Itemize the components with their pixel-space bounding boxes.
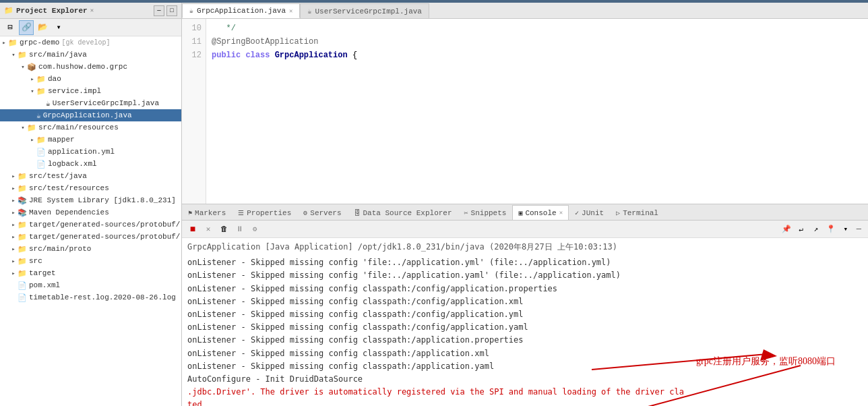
console-lines-container: onListener - Skipped missing config 'fil…	[187, 256, 863, 406]
console-tab-terminal[interactable]: ▷ Terminal	[610, 205, 664, 220]
tree-item[interactable]: ▾ 📦 com.hushow.demo.grpc	[0, 61, 181, 73]
collapse-all-button[interactable]: ⊟	[3, 20, 18, 35]
tree-item[interactable]: ▸ 📁 src/test/java	[0, 170, 181, 182]
tree-item[interactable]: ▾ 📁 service.impl	[0, 85, 181, 97]
console-line: onListener - Skipped missing config clas…	[187, 321, 863, 334]
tree-item[interactable]: 📄 timetable-rest.log.2020-08-26.log	[0, 291, 181, 303]
scroll-lock-button[interactable]: 📌	[780, 223, 793, 236]
tab-close-button[interactable]: ✕	[289, 7, 292, 15]
console-line: .jdbc.Driver'. The driver is automatical…	[187, 386, 863, 399]
tree-item[interactable]: ▾ 📁 src/main/java	[0, 49, 181, 61]
tree-item[interactable]: 📄 logback.xml	[0, 158, 181, 170]
code-line: @SpringBootApplication	[212, 35, 863, 49]
console-tab-servers[interactable]: ⚙ Servers	[297, 205, 347, 220]
minimize-panel-button[interactable]: ─	[154, 5, 164, 16]
editor-area: 101112 */@SpringBootApplicationpublic cl…	[182, 19, 868, 204]
minimize-console-button[interactable]: ─	[854, 225, 864, 234]
tree-item[interactable]: ☕ UserServiceGrpcImpl.java	[0, 97, 181, 109]
console-line: onListener - Skipped missing config clas…	[187, 295, 863, 308]
word-wrap-button[interactable]: ↵	[795, 223, 808, 236]
console-line: AutoConfigure - Init DruidDataSource	[187, 373, 863, 386]
tree-item[interactable]: ☕ GrpcApplication.java	[0, 109, 181, 121]
console-output[interactable]: GrpcApplication [Java Application] /opt/…	[182, 238, 868, 406]
tree-item[interactable]: 📄 pom.xml	[0, 279, 181, 291]
view-menu-button[interactable]: ▾	[839, 223, 852, 236]
editor-tabs: ☕ GrpcApplication.java ✕ ☕ UserServiceGr…	[182, 3, 868, 19]
tree-item[interactable]: ▸ 📁 src/test/resources	[0, 182, 181, 194]
console-line: onListener - Skipped missing config 'fil…	[187, 269, 863, 282]
tree-item[interactable]: 📄 application.yml	[0, 146, 181, 158]
properties-button[interactable]: ⚙	[248, 223, 261, 236]
clear-button[interactable]: 🗑	[217, 223, 230, 236]
console-toolbar: ■ ✕ 🗑 ⏸ ⚙ 📌 ↵ ↗ 📍 ▾ ─	[182, 221, 868, 238]
tree-item[interactable]: ▸ 📁 src/main/proto	[0, 243, 181, 255]
console-line: onListener - Skipped missing config clas…	[187, 283, 863, 295]
console-tab-markers[interactable]: ⚑ Markers	[182, 205, 232, 220]
console-tab-snippets[interactable]: ✂ Snippets	[458, 205, 513, 220]
chinese-annotation: grpc注册用户服务，监听8080端口	[696, 354, 836, 369]
remove-button[interactable]: ✕	[202, 223, 215, 236]
pin-button[interactable]: 📍	[824, 223, 838, 236]
dropdown-button[interactable]: ▾	[51, 20, 66, 35]
tree-item[interactable]: ▸ 📁 grpc-demo [gk develop]	[0, 36, 181, 49]
tree-item[interactable]: ▾ 📁 src/main/resources	[0, 121, 181, 134]
console-line: ted	[187, 399, 863, 406]
explorer-toolbar: ⊟ 🔗 📂 ▾	[0, 19, 181, 36]
console-header: GrpcApplication [Java Application] /opt/…	[187, 241, 863, 254]
new-folder-button[interactable]: 📂	[35, 20, 50, 35]
maximize-panel-button[interactable]: □	[166, 5, 177, 16]
console-line: onListener - Skipped missing config clas…	[187, 334, 863, 347]
main-container: 📁 Project Explorer ✕ ─ □ ⊟ 🔗 📂 ▾ ▸ 📁 grp…	[0, 0, 868, 406]
editor-tab[interactable]: ☕ GrpcApplication.java ✕	[182, 3, 300, 18]
code-content[interactable]: */@SpringBootApplicationpublic class Grp…	[206, 19, 868, 204]
panel-controls: ─ □	[154, 5, 177, 16]
tree-item[interactable]: ▸ 📚 Maven Dependencies	[0, 206, 181, 219]
console-line: onListener - Skipped missing config 'fil…	[187, 256, 863, 269]
tree-item[interactable]: ▸ 📁 src	[0, 255, 181, 267]
stop-button[interactable]: ■	[186, 223, 199, 236]
console-tab-properties[interactable]: ☰ Properties	[232, 205, 297, 220]
editor-tab[interactable]: ☕ UserServiceGrpcImpl.java	[300, 3, 429, 18]
tree-item[interactable]: ▸ 📁 target/generated-sources/protobuf/	[0, 219, 181, 231]
console-line: onListener - Skipped missing config clas…	[187, 308, 863, 321]
console-tab-junit[interactable]: ✓ JUnit	[569, 205, 610, 220]
console-area: ⚑ Markers ☰ Properties ⚙ Servers 🗄 Data …	[182, 204, 868, 406]
console-tab-data-source-explorer[interactable]: 🗄 Data Source Explorer	[348, 205, 458, 220]
code-line: */	[212, 22, 863, 35]
console-tabs: ⚑ Markers ☰ Properties ⚙ Servers 🗄 Data …	[182, 204, 868, 221]
panel-title: Project Explorer	[16, 7, 88, 15]
code-line: public class GrpcApplication {	[212, 49, 863, 62]
tree-item[interactable]: ▸ 📚 JRE System Library [jdk1.8.0_231]	[0, 194, 181, 206]
tree-item[interactable]: ▸ 📁 target	[0, 267, 181, 279]
panel-header: 📁 Project Explorer ✕ ─ □	[0, 3, 181, 19]
line-numbers: 101112	[182, 19, 206, 204]
console-tab-console[interactable]: ▣ Console ✕	[512, 205, 569, 220]
pause-button[interactable]: ⏸	[232, 223, 246, 236]
console-tab-close-button[interactable]: ✕	[559, 209, 563, 216]
tree-item[interactable]: ▸ 📁 dao	[0, 73, 181, 85]
tree-item[interactable]: ▸ 📁 mapper	[0, 134, 181, 146]
link-editor-button[interactable]: 🔗	[19, 20, 34, 35]
tree-item[interactable]: ▸ 📁 target/generated-sources/protobuf/	[0, 231, 181, 243]
project-explorer-panel: 📁 Project Explorer ✕ ─ □ ⊟ 🔗 📂 ▾ ▸ 📁 grp…	[0, 3, 182, 406]
workspace: 📁 Project Explorer ✕ ─ □ ⊟ 🔗 📂 ▾ ▸ 📁 grp…	[0, 3, 868, 406]
open-console-button[interactable]: ↗	[809, 223, 823, 236]
project-tree: ▸ 📁 grpc-demo [gk develop] ▾ 📁 src/main/…	[0, 36, 181, 406]
right-panel: ☕ GrpcApplication.java ✕ ☕ UserServiceGr…	[182, 3, 868, 406]
